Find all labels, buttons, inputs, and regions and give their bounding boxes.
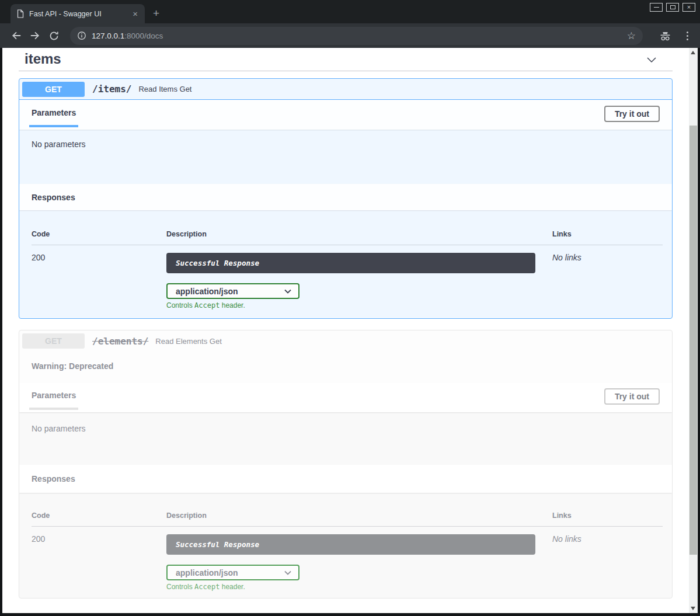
links-value: No links: [552, 534, 663, 591]
url-text[interactable]: 127.0.0.1:8000/docs: [92, 32, 626, 40]
note-code: Accept: [194, 583, 220, 591]
parameters-body: No parameters: [19, 412, 672, 465]
note-suffix: header.: [220, 583, 245, 591]
no-parameters-text: No parameters: [32, 424, 86, 433]
tab-parameters[interactable]: Parameters: [29, 100, 78, 127]
deprecation-warning: Warning: Deprecated: [32, 361, 113, 371]
page-scrollbar[interactable]: [689, 48, 698, 613]
window-frame-bottom: [0, 613, 700, 616]
col-description-header: Description: [166, 230, 552, 238]
media-type-value: application/json: [176, 287, 238, 296]
operation-summary-text: Read Elements Get: [155, 337, 221, 346]
status-code: 200: [32, 253, 166, 309]
accept-header-note: Controls Accept header.: [166, 583, 552, 591]
forward-icon[interactable]: [27, 27, 43, 44]
new-tab-icon[interactable]: +: [153, 8, 159, 19]
operation-path: /elements/: [92, 336, 148, 347]
responses-header: Responses: [19, 465, 672, 493]
parameters-header: Parameters Try it out: [19, 383, 672, 412]
col-links-header: Links: [552, 230, 663, 238]
col-code-header: Code: [32, 511, 166, 520]
incognito-icon: [659, 30, 671, 41]
note-code: Accept: [194, 301, 220, 309]
operation-summary-text: Read Items Get: [138, 85, 191, 93]
col-links-header: Links: [552, 511, 663, 520]
operation-summary[interactable]: GET /elements/ Read Elements Get: [19, 330, 672, 351]
scroll-up-icon[interactable]: [691, 51, 695, 54]
responses-table-header: Code Description Links: [32, 511, 663, 527]
opblock-get-elements-deprecated: GET /elements/ Read Elements Get Warning…: [19, 330, 673, 598]
chevron-down-icon[interactable]: [645, 53, 659, 69]
note-prefix: Controls: [166, 583, 194, 591]
col-description-header: Description: [166, 511, 552, 520]
window-close-icon[interactable]: ×: [682, 3, 695, 12]
responses-body: Code Description Links 200 Successful Re…: [19, 210, 672, 319]
tab-title: Fast API - Swagger UI: [29, 10, 130, 18]
deprecation-zone: Warning: Deprecated: [19, 351, 672, 383]
address-bar[interactable]: 127.0.0.1:8000/docs ☆: [70, 27, 643, 45]
links-value: No links: [552, 253, 663, 309]
responses-table-header: Code Description Links: [32, 230, 663, 245]
col-code-header: Code: [32, 230, 166, 238]
page-content: items GET /items/ Read Items Get Paramet…: [2, 48, 698, 613]
try-it-out-button[interactable]: Try it out: [604, 388, 660, 405]
browser-tab[interactable]: Fast API - Swagger UI ×: [11, 4, 145, 23]
page-favicon-icon: [17, 9, 24, 18]
parameters-body: No parameters: [19, 130, 672, 184]
media-type-select[interactable]: application/json: [166, 283, 299, 299]
url-path: :8000/docs: [124, 32, 163, 40]
operation-summary[interactable]: GET /items/ Read Items Get: [19, 79, 672, 100]
response-description-cell: Successful Response application/json Con…: [166, 253, 552, 309]
chevron-down-icon: [284, 289, 291, 294]
note-prefix: Controls: [166, 301, 194, 309]
bookmark-star-icon[interactable]: ☆: [626, 30, 637, 42]
tab-parameters[interactable]: Parameters: [29, 383, 78, 410]
tab-close-icon[interactable]: ×: [130, 8, 140, 19]
method-badge: GET: [22, 82, 85, 97]
scroll-down-icon[interactable]: [691, 607, 695, 610]
responses-header: Responses: [19, 184, 672, 210]
response-description-cell: Successful Response application/json Con…: [166, 534, 552, 591]
status-code: 200: [32, 534, 166, 591]
no-parameters-text: No parameters: [32, 140, 86, 149]
opblock-get-items: GET /items/ Read Items Get Parameters Tr…: [19, 78, 673, 319]
response-description-text: Successful Response: [176, 540, 259, 549]
browser-toolbar: 127.0.0.1:8000/docs ☆: [0, 23, 700, 48]
responses-title: Responses: [29, 474, 75, 483]
accept-header-note: Controls Accept header.: [166, 301, 552, 309]
tag-section-header[interactable]: items: [19, 48, 673, 71]
response-description-box: Successful Response: [166, 253, 535, 273]
parameters-header: Parameters Try it out: [19, 100, 672, 130]
media-type-value: application/json: [176, 568, 238, 577]
response-row: 200 Successful Response application/json…: [32, 245, 663, 309]
operation-path: /items/: [92, 83, 131, 95]
chevron-down-icon: [284, 570, 291, 575]
window-maximize-icon[interactable]: [666, 3, 679, 12]
responses-body: Code Description Links 200 Successful Re…: [19, 493, 672, 598]
reload-icon[interactable]: [46, 27, 62, 44]
browser-titlebar: Fast API - Swagger UI × + ×: [0, 0, 700, 23]
scrollbar-thumb[interactable]: [689, 126, 697, 555]
response-row: 200 Successful Response application/json…: [32, 527, 663, 591]
back-icon[interactable]: [8, 27, 25, 44]
section-title: items: [25, 51, 61, 67]
note-suffix: header.: [220, 301, 245, 309]
method-badge: GET: [22, 333, 85, 349]
try-it-out-button[interactable]: Try it out: [604, 106, 660, 122]
response-description-text: Successful Response: [176, 259, 259, 267]
browser-menu-icon[interactable]: [682, 28, 693, 44]
responses-title: Responses: [29, 193, 75, 202]
window-minimize-icon[interactable]: [650, 3, 663, 12]
response-description-box: Successful Response: [166, 534, 535, 555]
site-info-icon[interactable]: [77, 31, 86, 40]
url-host: 127.0.0.1: [92, 32, 124, 40]
media-type-select[interactable]: application/json: [166, 565, 299, 580]
